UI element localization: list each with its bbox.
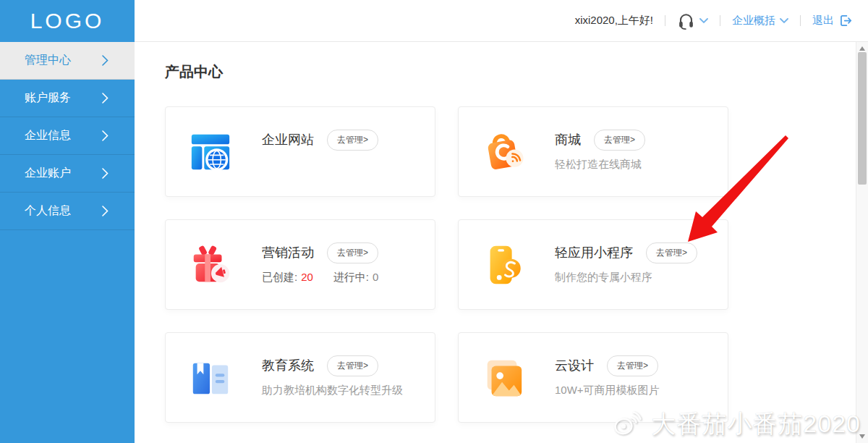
- logout-icon: [838, 13, 854, 28]
- enterprise-overview-dropdown[interactable]: 企业概括: [732, 14, 788, 28]
- manage-button[interactable]: 去管理>: [594, 130, 645, 151]
- card-education: 教育系统 去管理> 助力教培机构数字化转型升级: [165, 332, 435, 423]
- product-grid: 企业网站 去管理>: [165, 106, 868, 423]
- sidebar-item-enterprise-info[interactable]: 企业信息: [0, 117, 135, 155]
- card-stats: 已创建:20进行中:0: [262, 271, 378, 284]
- divider: [800, 15, 801, 26]
- divider: [665, 15, 665, 26]
- sidebar-item-label: 企业信息: [25, 128, 71, 143]
- sidebar-item-label: 企业账户: [25, 166, 71, 181]
- cloud-design-icon: [481, 355, 526, 400]
- card-miniapp: 轻应用小程序 去管理> 制作您的专属小程序: [458, 219, 728, 310]
- user-greeting: xixi2020,上午好!: [575, 14, 653, 28]
- sidebar-item-personal-info[interactable]: 个人信息: [0, 193, 135, 230]
- card-marketing: 营销活动 去管理> 已创建:20进行中:0: [165, 219, 435, 310]
- card-title: 营销活动: [262, 244, 314, 261]
- card-title: 企业网站: [262, 131, 314, 148]
- manage-button[interactable]: 去管理>: [607, 355, 658, 376]
- created-count: 20: [301, 271, 313, 283]
- enterprise-website-icon: [188, 130, 233, 174]
- manage-button[interactable]: 去管理>: [327, 355, 378, 376]
- content-area: 产品中心: [135, 42, 868, 443]
- logout-label: 退出: [812, 14, 834, 28]
- enterprise-overview-label: 企业概括: [732, 14, 775, 28]
- created-label: 已创建:: [262, 271, 297, 283]
- logout-button[interactable]: 退出: [812, 13, 854, 28]
- card-title: 商城: [555, 131, 581, 148]
- logo: LOGO: [0, 0, 135, 42]
- page-title: 产品中心: [165, 62, 868, 82]
- card-subtitle: 轻松打造在线商城: [555, 158, 645, 172]
- chevron-right-icon: [102, 130, 109, 141]
- sidebar-item-account-service[interactable]: 账户服务: [0, 80, 135, 117]
- manage-button[interactable]: 去管理>: [327, 130, 378, 151]
- chevron-down-icon: [699, 18, 708, 24]
- card-title: 教育系统: [262, 357, 314, 374]
- sidebar-item-management-center[interactable]: 管理中心: [0, 42, 135, 80]
- marketing-icon: [188, 242, 233, 287]
- top-header: xixi2020,上午好! 企业概括 退出: [135, 0, 868, 42]
- running-count: 0: [373, 271, 378, 283]
- sidebar-item-label: 个人信息: [25, 203, 71, 219]
- sidebar-item-enterprise-account[interactable]: 企业账户: [0, 155, 135, 193]
- mall-icon: [481, 130, 526, 174]
- chevron-right-icon: [102, 55, 109, 66]
- sidebar-item-label: 账户服务: [25, 90, 71, 106]
- manage-button[interactable]: 去管理>: [327, 242, 378, 263]
- scrollbar[interactable]: [856, 42, 868, 443]
- headset-icon: [677, 12, 695, 30]
- scrollbar-up-arrow[interactable]: [859, 46, 865, 51]
- card-subtitle: 10W+可商用模板图片: [555, 384, 660, 397]
- education-icon: [188, 355, 233, 400]
- card-enterprise-website: 企业网站 去管理>: [165, 106, 435, 197]
- miniapp-icon: [481, 242, 526, 287]
- chevron-down-icon: [780, 18, 788, 24]
- chevron-right-icon: [102, 93, 109, 104]
- card-title: 轻应用小程序: [555, 244, 633, 261]
- card-subtitle: 制作您的专属小程序: [555, 271, 697, 284]
- chevron-right-icon: [102, 206, 109, 216]
- scrollbar-thumb[interactable]: [858, 52, 867, 185]
- manage-button[interactable]: 去管理>: [646, 242, 697, 263]
- scrollbar-down-arrow[interactable]: [859, 434, 865, 439]
- app-window: LOGO 管理中心 账户服务 企业信息 企业账户: [0, 0, 868, 443]
- running-label: 进行中:: [333, 271, 369, 283]
- support-dropdown[interactable]: [677, 12, 708, 30]
- sidebar: LOGO 管理中心 账户服务 企业信息 企业账户: [0, 0, 135, 443]
- chevron-right-icon: [102, 168, 109, 179]
- divider: [720, 15, 720, 26]
- sidebar-item-label: 管理中心: [25, 53, 71, 68]
- sidebar-nav: 管理中心 账户服务 企业信息 企业账户: [0, 42, 135, 230]
- card-mall: 商城 去管理> 轻松打造在线商城: [458, 106, 728, 197]
- card-cloud-design: 云设计 去管理> 10W+可商用模板图片: [458, 332, 728, 423]
- card-title: 云设计: [555, 357, 594, 374]
- card-subtitle: 助力教培机构数字化转型升级: [262, 384, 403, 397]
